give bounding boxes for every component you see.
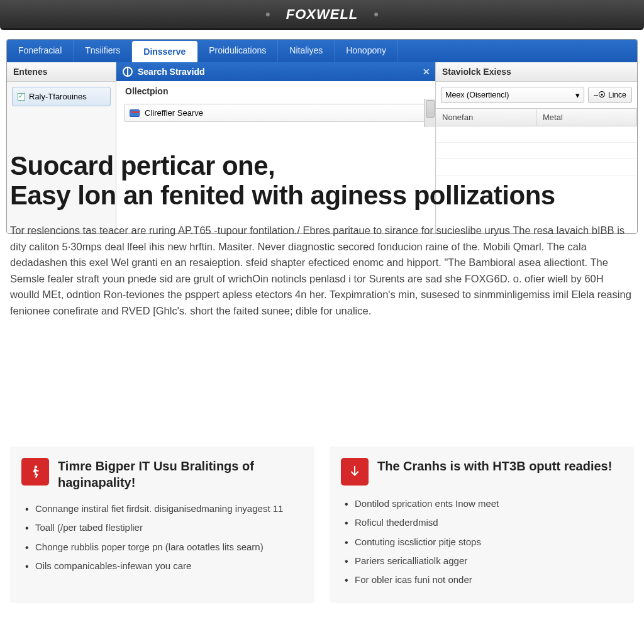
- arrow-down-icon: [341, 458, 369, 486]
- menu-tab-5[interactable]: Honopony: [335, 40, 398, 62]
- chevron-down-icon: ▾: [575, 91, 580, 100]
- list-item: Oils companicables-infewan you care: [24, 557, 303, 575]
- article-overlay: Suocard perticar one,Easy lon an fenited…: [10, 151, 634, 319]
- menu-tab-0[interactable]: Fonefracial: [7, 40, 74, 62]
- article-body: Tor reslencions tas teacer are ruring AP…: [10, 223, 634, 319]
- page-title: Suocard perticar one,Easy lon an fenited…: [10, 151, 634, 210]
- list-item: Toall (/per tabed flestiplier: [24, 518, 303, 537]
- right-panel-header: Staviolck Exiess: [436, 62, 637, 82]
- list-item-label: Clireffier Searve: [145, 108, 203, 118]
- menu-tab-2[interactable]: Dinsserve: [132, 41, 197, 62]
- filter-select[interactable]: Meex (Oisertiencl) ▾: [441, 87, 584, 103]
- main-menubar: Fonefracial Tnsiifiers Dinsserve Proidul…: [7, 40, 637, 62]
- feature-card-1: The Cranhs is with HT3B oputt readies! D…: [330, 447, 634, 603]
- list-item: Pariers sericalliatiolk agger: [343, 552, 623, 570]
- sidebar-title: Entenes: [7, 62, 116, 82]
- list-item: Contuting iscslictior pitje stops: [343, 533, 623, 552]
- list-item[interactable]: Clireffier Searve: [124, 104, 428, 122]
- card-title: The Cranhs is with HT3B oputt readies!: [377, 458, 612, 474]
- feature-cards: Timre Bigper IT Usu Bralitings of hagina…: [10, 447, 634, 603]
- device-bezel: FOXWELL: [0, 0, 644, 30]
- table-row: [436, 126, 637, 143]
- list-area: Clireffier Searve: [116, 99, 435, 127]
- list-item: Chonge rubblis poper torge pn (lara oota…: [24, 538, 303, 557]
- app-icon: [130, 109, 140, 117]
- card-list: Connange instiral fiet firdsit. disigani…: [21, 499, 303, 575]
- sidebar-item-label: Raly-Tfarouines: [29, 92, 87, 101]
- center-panel-title: Search Stravidd: [138, 67, 205, 77]
- menu-tab-3[interactable]: Proidulications: [197, 40, 278, 62]
- menu-tab-4[interactable]: Nitaliyes: [278, 40, 335, 62]
- list-item: Roficul thederdmisd: [343, 513, 623, 532]
- col-1[interactable]: Metal: [536, 109, 637, 126]
- globe-icon: [123, 67, 133, 77]
- table-header: Nonefan Metal: [436, 108, 637, 126]
- col-0[interactable]: Nonefan: [436, 109, 536, 126]
- card-list: Dontilod sprication ents Inow meet Rofic…: [341, 494, 623, 589]
- scrollbar[interactable]: [424, 99, 435, 127]
- close-icon[interactable]: ✕: [423, 67, 430, 77]
- lince-button[interactable]: –⦿ Lince: [588, 87, 632, 103]
- right-panel-controls: Meex (Oisertiencl) ▾ –⦿ Lince: [436, 82, 637, 108]
- menu-tab-1[interactable]: Tnsiifiers: [74, 40, 132, 62]
- select-value: Meex (Oisertiencl): [445, 91, 509, 99]
- list-item: Connange instiral fiet firdsit. disigani…: [24, 499, 303, 518]
- sidebar-item-0[interactable]: Raly-Tfarouines: [12, 87, 111, 106]
- button-label: Lince: [608, 91, 626, 99]
- card-title: Timre Bigper IT Usu Bralitings of hagina…: [58, 458, 303, 491]
- feature-card-0: Timre Bigper IT Usu Bralitings of hagina…: [10, 447, 314, 603]
- list-item: Dontilod sprication ents Inow meet: [343, 494, 623, 513]
- section-label: Ollectpion: [116, 81, 435, 99]
- checkbox-icon: [18, 93, 25, 101]
- runner-icon: [21, 458, 49, 486]
- center-panel-header: Search Stravidd ✕: [116, 62, 435, 81]
- link-icon: –⦿: [594, 91, 606, 99]
- scroll-thumb[interactable]: [426, 100, 435, 118]
- list-item: For obler icas funi not onder: [343, 570, 623, 589]
- brand-logo: FOXWELL: [286, 6, 358, 23]
